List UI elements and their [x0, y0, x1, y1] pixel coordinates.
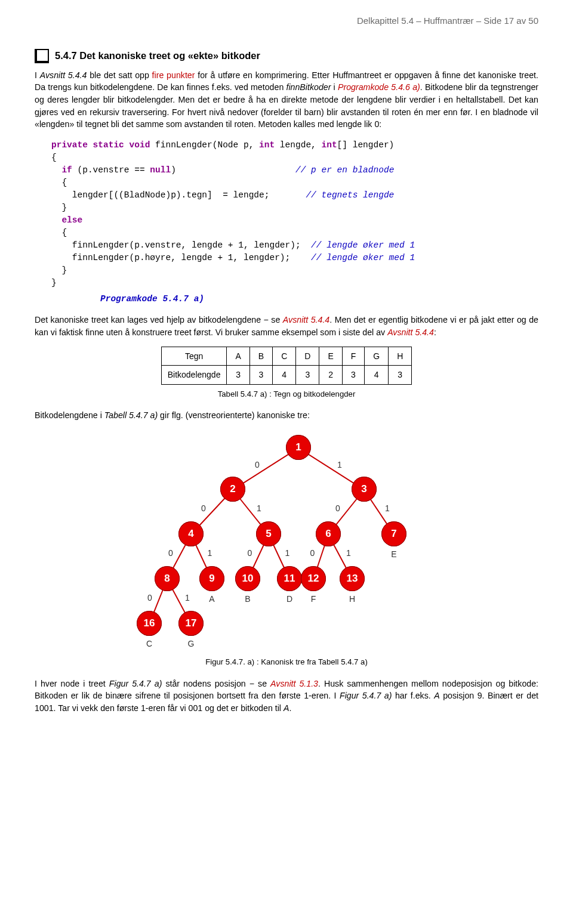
tree-node-10: 10 [235, 566, 260, 591]
td: 3 [227, 366, 249, 384]
huffman-tree: 01010101010101123456789101112131617EABDF… [119, 429, 454, 650]
tree-node-5: 5 [256, 521, 281, 546]
td: E [319, 347, 342, 366]
ref-programkode: Programkode 5.4.6 a) [338, 82, 420, 92]
table-caption: Tabell 5.4.7 a) : Tegn og bitkodelengder [35, 388, 538, 400]
th-tegn: Tegn [161, 347, 227, 366]
leaf-label-C: C [146, 638, 152, 650]
edge-label: 1 [337, 459, 342, 471]
fn-name: finnBitkoder [286, 82, 331, 92]
tree-node-1: 1 [286, 435, 311, 460]
edge-label: 1 [385, 502, 390, 514]
figure-caption: Figur 5.4.7. a) : Kanonisk tre fra Tabel… [35, 656, 538, 667]
paragraph-3: Bitkodelengdene i Tabell 5.4.7 a) gir fl… [35, 409, 538, 422]
td: 3 [342, 366, 365, 384]
leaf-label-F: F [311, 593, 316, 605]
tree-node-2: 2 [220, 477, 245, 502]
td: 3 [389, 366, 412, 384]
td: H [389, 347, 412, 366]
ref-avsnitt-4: Avsnitt 5.1.3 [270, 679, 318, 688]
tree-node-12: 12 [301, 566, 326, 591]
td: 4 [273, 366, 296, 384]
edge-label: 0 [201, 502, 206, 514]
sym-A2: A [284, 703, 289, 713]
td: A [227, 347, 249, 366]
edge-label: 0 [310, 547, 315, 559]
ref-figur: Figur 5.4.7 a) [109, 679, 162, 688]
ref-tabell: Tabell 5.4.7 a) [104, 410, 158, 420]
td-bitkodelengde: Bitkodelengde [161, 366, 227, 384]
ref-avsnitt-2: Avsnitt 5.4.4 [283, 315, 329, 325]
leaf-label-D: D [286, 593, 292, 605]
td: C [273, 347, 296, 366]
leaf-label-G: G [188, 638, 195, 650]
paragraph-2: Det kanoniske treet kan lages ved hjelp … [35, 314, 538, 338]
edge-label: 1 [346, 547, 351, 559]
leaf-label-E: E [391, 548, 396, 560]
edge-label: 1 [185, 592, 190, 604]
fire-punkter: fire punkter [152, 70, 195, 80]
tree-node-16: 16 [137, 611, 162, 636]
tree-node-7: 7 [381, 521, 406, 546]
td: G [365, 347, 389, 366]
edge-label: 0 [147, 592, 152, 604]
tree-node-8: 8 [155, 566, 180, 591]
tree-node-6: 6 [316, 521, 341, 546]
ref-figur-2: Figur 5.4.7 a) [340, 691, 392, 700]
edge-label: 0 [335, 502, 340, 514]
page-header: Delkapittel 5.4 – Huffmantrær – Side 17 … [35, 14, 538, 27]
edge-label: 0 [248, 547, 252, 559]
td: F [342, 347, 365, 366]
tree-node-3: 3 [352, 477, 377, 502]
td: 2 [319, 366, 342, 384]
td: B [249, 347, 272, 366]
sym-A: A [434, 691, 439, 700]
td: 3 [296, 366, 319, 384]
tree-node-11: 11 [277, 566, 302, 591]
ref-avsnitt-3: Avsnitt 5.4.4 [387, 327, 434, 337]
code-caption: Programkode 5.4.7 a) [100, 293, 538, 305]
td: D [296, 347, 319, 366]
tree-node-4: 4 [178, 521, 204, 546]
table-bitkodelengder: Tegn A B C D E F G H Bitkodelengde 3 3 4… [161, 347, 412, 385]
ref-avsnitt: Avsnitt 5.4.4 [40, 70, 87, 80]
edge-label: 0 [255, 459, 260, 471]
code-listing: private static void finnLengder(Node p, … [51, 139, 538, 289]
edge-label: 1 [285, 547, 290, 559]
tree-node-9: 9 [199, 566, 224, 591]
section-icon [35, 49, 49, 63]
td: 4 [365, 366, 389, 384]
edge-label: 1 [208, 547, 212, 559]
leaf-label-A: A [209, 593, 214, 605]
paragraph-1: I Avsnitt 5.4.4 ble det satt opp fire pu… [35, 69, 538, 131]
section-title: 5.4.7 Det kanoniske treet og «ekte» bitk… [55, 49, 260, 63]
paragraph-4: I hver node i treet Figur 5.4.7 a) står … [35, 678, 538, 715]
leaf-label-H: H [349, 593, 355, 605]
edge-label: 1 [257, 502, 261, 514]
td: 3 [249, 366, 272, 384]
tree-node-17: 17 [178, 611, 204, 636]
tree-node-13: 13 [340, 566, 365, 591]
leaf-label-B: B [245, 593, 250, 605]
edge-label: 0 [168, 547, 173, 559]
